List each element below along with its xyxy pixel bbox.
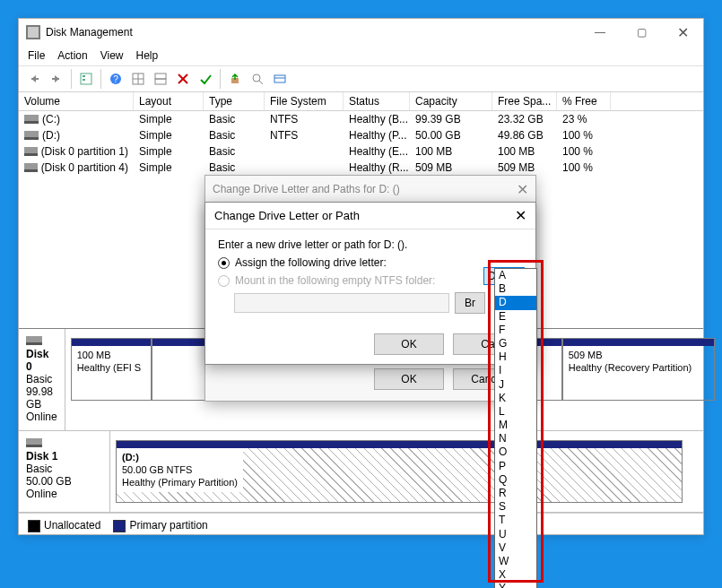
- volume-list: (C:)SimpleBasicNTFSHealthy (B...99.39 GB…: [19, 111, 703, 176]
- col-volume[interactable]: Volume: [19, 92, 134, 110]
- legend: Unallocated Primary partition: [19, 513, 703, 538]
- radio-assign-letter[interactable]: Assign the following drive letter:: [218, 256, 523, 269]
- svg-rect-4: [83, 79, 85, 81]
- svg-rect-1: [52, 78, 59, 80]
- dropdown-option[interactable]: U: [495, 528, 536, 541]
- action-icon-3[interactable]: [270, 69, 290, 89]
- partition[interactable]: (D:)50.00 GB NTFSHealthy (Primary Partit…: [116, 440, 683, 503]
- drive-letter-dropdown[interactable]: ABDEFGHIJKLMNOPQRSTUVWXYZ: [494, 268, 537, 588]
- svg-rect-10: [155, 74, 166, 79]
- close-button[interactable]: ✕: [662, 19, 703, 46]
- menu-help[interactable]: Help: [136, 49, 159, 62]
- radio-mount-folder[interactable]: Mount in the following empty NTFS folder…: [218, 274, 523, 287]
- dropdown-option[interactable]: T: [495, 514, 536, 527]
- svg-rect-17: [274, 75, 285, 82]
- mount-folder-input: [234, 293, 449, 313]
- titlebar: Disk Management — ▢ ✕: [19, 19, 703, 46]
- properties-icon[interactable]: [76, 69, 96, 89]
- action-icon-2[interactable]: [248, 69, 267, 89]
- action-icon-1[interactable]: [225, 69, 245, 89]
- dropdown-option[interactable]: E: [495, 310, 536, 324]
- table-row[interactable]: (D:)SimpleBasicNTFSHealthy (P...50.00 GB…: [19, 127, 703, 143]
- grid-icon[interactable]: [128, 69, 148, 89]
- partition[interactable]: 100 MBHealthy (EFI S: [71, 338, 152, 401]
- radio-icon: [218, 275, 230, 287]
- toggle-icon[interactable]: [151, 69, 170, 89]
- back-button[interactable]: [24, 69, 44, 89]
- dropdown-option[interactable]: D: [495, 296, 536, 309]
- disk-row: Disk 1Basic50.00 GBOnline(D:)50.00 GB NT…: [19, 431, 703, 513]
- app-icon: [26, 25, 40, 39]
- dropdown-option[interactable]: O: [495, 445, 536, 459]
- dropdown-option[interactable]: P: [495, 460, 536, 473]
- partition[interactable]: 509 MBHealthy (Recovery Partition): [562, 338, 715, 401]
- browse-button[interactable]: Br: [455, 292, 485, 314]
- volume-icon: [24, 163, 38, 172]
- table-row[interactable]: (Disk 0 partition 1)SimpleBasicHealthy (…: [19, 143, 703, 160]
- svg-rect-0: [31, 78, 39, 80]
- svg-text:?: ?: [113, 74, 118, 84]
- dropdown-option[interactable]: K: [495, 392, 536, 405]
- check-icon[interactable]: [196, 69, 215, 89]
- forward-button[interactable]: [47, 69, 66, 89]
- menu-view[interactable]: View: [100, 49, 124, 62]
- dropdown-option[interactable]: R: [495, 487, 536, 500]
- dropdown-option[interactable]: G: [495, 337, 536, 350]
- dropdown-option[interactable]: W: [495, 555, 536, 568]
- window-title: Disk Management: [46, 26, 579, 39]
- dropdown-option[interactable]: M: [495, 419, 536, 432]
- radio-icon: [218, 257, 230, 269]
- dialog1-ok-button[interactable]: OK: [374, 368, 444, 390]
- dialog2-close-icon[interactable]: ✕: [515, 207, 526, 224]
- dropdown-option[interactable]: B: [495, 282, 536, 296]
- disk-icon: [26, 336, 42, 345]
- dropdown-option[interactable]: X: [495, 568, 536, 582]
- swatch-unallocated: [28, 520, 40, 532]
- col-pfree[interactable]: % Free: [557, 92, 611, 110]
- table-row[interactable]: (C:)SimpleBasicNTFSHealthy (B...99.39 GB…: [19, 111, 703, 127]
- menubar: File Action View Help: [19, 46, 703, 65]
- dropdown-option[interactable]: Q: [495, 473, 536, 487]
- help-icon[interactable]: ?: [106, 69, 126, 89]
- menu-action[interactable]: Action: [57, 49, 87, 62]
- col-type[interactable]: Type: [204, 92, 265, 110]
- toolbar: ?: [19, 65, 703, 92]
- change-letter-dialog: Change Drive Letter or Path ✕ Enter a ne…: [204, 202, 536, 365]
- svg-rect-11: [155, 79, 166, 84]
- col-capacity[interactable]: Capacity: [410, 92, 492, 110]
- dropdown-option[interactable]: H: [495, 350, 536, 364]
- volume-icon: [24, 115, 39, 124]
- table-row[interactable]: (Disk 0 partition 4)SimpleBasicHealthy (…: [19, 160, 703, 176]
- dropdown-option[interactable]: V: [495, 541, 536, 555]
- dropdown-option[interactable]: J: [495, 378, 536, 392]
- dropdown-option[interactable]: S: [495, 500, 536, 514]
- col-layout[interactable]: Layout: [134, 92, 204, 110]
- svg-rect-2: [81, 74, 91, 84]
- dialog1-title: Change Drive Letter and Paths for D: (): [213, 183, 400, 195]
- minimize-button[interactable]: —: [579, 19, 621, 46]
- svg-line-16: [259, 81, 263, 84]
- dropdown-option[interactable]: A: [495, 269, 536, 282]
- volume-list-header: Volume Layout Type File System Status Ca…: [19, 92, 703, 111]
- dialog2-instruction: Enter a new drive letter or path for D: …: [218, 238, 523, 251]
- dropdown-option[interactable]: Y: [495, 582, 536, 588]
- col-status[interactable]: Status: [344, 92, 410, 110]
- menu-file[interactable]: File: [28, 49, 45, 62]
- dialog1-close-icon[interactable]: ✕: [517, 181, 528, 198]
- dialog2-ok-button[interactable]: OK: [374, 333, 444, 355]
- svg-rect-3: [83, 75, 85, 77]
- svg-point-15: [253, 74, 260, 82]
- volume-icon: [24, 147, 38, 156]
- maximize-button[interactable]: ▢: [621, 19, 662, 46]
- disk-icon: [26, 438, 42, 447]
- dropdown-option[interactable]: N: [495, 432, 536, 445]
- dropdown-option[interactable]: L: [495, 405, 536, 419]
- col-free[interactable]: Free Spa...: [492, 92, 557, 110]
- volume-icon: [24, 131, 39, 140]
- dropdown-option[interactable]: F: [495, 324, 536, 337]
- dropdown-option[interactable]: I: [495, 364, 536, 377]
- swatch-primary: [113, 520, 126, 532]
- col-fs[interactable]: File System: [265, 92, 344, 110]
- delete-icon[interactable]: [173, 69, 193, 89]
- dialog2-title: Change Drive Letter or Path: [214, 209, 360, 222]
